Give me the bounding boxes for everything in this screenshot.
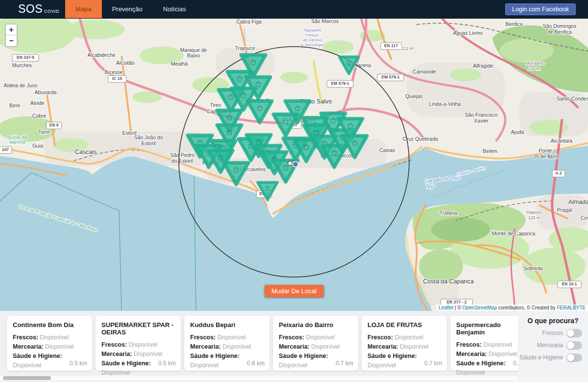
store-card[interactable]: Kuddus Bepari Frescos: DisponívelMercear…	[184, 316, 270, 371]
app-root: SOS COVID MapaPrevençãoNotícias Login co…	[0, 0, 588, 382]
map-label: Murches	[12, 62, 32, 68]
map-label: Aldeia de Juso	[4, 82, 38, 88]
svg-text:EN 247-5: EN 247-5	[17, 55, 34, 60]
map-canvas[interactable]: EN 247-5IC 15EN 9247EN 117EM 579-1EM 579…	[0, 19, 588, 311]
map-label: Alcabideche	[87, 52, 115, 58]
filter-row: Frescos	[518, 329, 582, 337]
filter-options: Frescos Mercearia Sáude e Higiene	[518, 329, 588, 362]
availability-row: Mercearia: Disponível	[279, 342, 352, 352]
map-label: São João do	[134, 134, 163, 140]
filter-toggle-mercearia[interactable]	[566, 341, 582, 350]
map-label: e Tecnologia	[301, 43, 323, 47]
svg-text:EN 9: EN 9	[49, 123, 59, 127]
tab-mapa[interactable]: Mapa	[65, 0, 102, 18]
store-card[interactable]: Peixaria do Bairro Frescos: DisponívelMe…	[273, 316, 358, 371]
store-card[interactable]: SUPERMARKET SPAR - OEIRAS Frescos: Dispo…	[96, 316, 181, 371]
availability-row: Mercearia: Disponível	[101, 350, 175, 359]
results-cards-row: Continente Bom Dia Frescos: DisponívelMe…	[7, 316, 518, 371]
openstreetmap-link[interactable]: OpenStreetMap	[463, 305, 497, 310]
filter-toggle-saude-e-higiene[interactable]	[566, 354, 582, 362]
zoom-out-button[interactable]: −	[6, 35, 17, 46]
results-list: Continente Bom Dia Frescos: DisponívelMe…	[0, 311, 518, 382]
road-badge: EM 579-1	[377, 74, 404, 81]
store-name: LOJA DE FRUTAS	[368, 321, 441, 329]
map-label: Trajouce	[235, 45, 255, 51]
tab-prevencao[interactable]: Prevenção	[102, 0, 153, 18]
map-label: de Benfica	[547, 29, 572, 35]
navbar: SOS COVID MapaPrevençãoNotícias Login co…	[0, 0, 588, 19]
availability-row: Frescos: Disponível	[190, 333, 264, 342]
road-badge: EN 247-5	[12, 54, 39, 61]
svg-text:EN 117: EN 117	[384, 43, 398, 48]
store-name: Supermercado Benjamin	[456, 321, 518, 336]
scrollbar-thumb[interactable]	[3, 376, 51, 380]
road-badge: EM 579-1	[327, 80, 353, 87]
map-label: Bicesse	[105, 69, 123, 75]
map-label: Cruz Quebrada	[403, 136, 438, 142]
store-name: SUPERMARKET SPAR - OEIRAS	[101, 321, 175, 336]
app-logo[interactable]: SOS COVID	[0, 2, 59, 16]
map-label: Ponte	[539, 148, 552, 153]
map-label: 125 m	[528, 215, 540, 220]
map-label: 25 de Abril	[533, 153, 558, 159]
map-label: Cabra Figa	[236, 19, 262, 25]
filter-panel: O que procura? Frescos Mercearia Sáude e…	[518, 311, 588, 382]
tab-noticias[interactable]: Notícias	[153, 0, 196, 18]
nav-tabs: MapaPrevençãoNotícias	[65, 0, 196, 18]
map-label: Alcoitão	[116, 60, 135, 66]
svg-text:247: 247	[2, 147, 9, 152]
availability-row: Mercearia: Disponível	[456, 350, 518, 359]
change-location-button[interactable]: Mudar De Local	[265, 285, 323, 297]
map-attribution: Leaflet | © OpenStreetMap contributors, …	[436, 305, 588, 311]
map-label: Cobre	[32, 113, 47, 119]
map-label: São Domingos	[543, 23, 577, 29]
map-container[interactable]: EN 247-5IC 15EN 9247EN 117EM 579-1EM 579…	[0, 19, 588, 311]
map-label: Xavier	[474, 118, 489, 124]
availability-row: Sáude e Higiene: Disponível	[456, 359, 518, 378]
map-label: São Pedro	[170, 152, 195, 158]
filter-toggle-frescos[interactable]	[566, 329, 582, 337]
store-card[interactable]: Continente Bom Dia Frescos: DisponívelMe…	[7, 316, 92, 371]
map-zoom-control: + −	[5, 24, 18, 47]
map-label: Pragal	[557, 207, 572, 213]
store-card[interactable]: Supermercado Benjamin Frescos: Disponíve…	[450, 316, 518, 371]
map-label: Estoril	[141, 140, 155, 146]
svg-text:EN 10-1: EN 10-1	[562, 281, 577, 286]
map-label: de Ciência	[303, 38, 321, 42]
horizontal-scrollbar[interactable]	[0, 376, 518, 381]
map-label: do Estoril	[172, 158, 193, 164]
map-label: Torre	[38, 129, 50, 135]
creator-link[interactable]: FERALBYTE	[557, 305, 586, 310]
map-label: Almada	[568, 199, 588, 205]
map-label: Monte de Caparica	[492, 230, 536, 236]
map-label: Carnaxide	[413, 69, 436, 75]
map-label: Quinta da	[7, 135, 26, 140]
store-name: Peixaria do Bairro	[279, 321, 352, 329]
map-label: Raposo	[526, 210, 541, 215]
road-badge: 247	[0, 147, 12, 153]
map-label: Abuxarda	[35, 89, 57, 95]
current-location-dot	[293, 162, 298, 167]
svg-text:EM 579-1: EM 579-1	[382, 75, 400, 79]
map-label: Benfica	[505, 21, 522, 27]
road-badge: A 2	[552, 170, 565, 177]
leaflet-link[interactable]: Leaflet	[439, 305, 453, 310]
brand-text: SOS	[18, 2, 43, 16]
facebook-login-button[interactable]: Login com Facebook	[505, 3, 576, 15]
svg-text:IC 15: IC 15	[112, 76, 122, 81]
road-badge: EN 10-1	[558, 281, 581, 288]
store-distance: 0.7 km	[513, 360, 518, 367]
map-label: Águas Livres	[453, 30, 483, 36]
store-name: Kuddus Bepari	[190, 321, 264, 329]
attribution-text: | ©	[453, 305, 462, 310]
availability-row: Frescos: Disponível	[101, 340, 175, 350]
attribution-text: contributors, © Created by	[497, 305, 557, 310]
filter-row: Sáude e Higiene	[518, 353, 582, 362]
filter-label: Frescos	[542, 330, 563, 336]
store-card[interactable]: LOJA DE FRUTAS Frescos: DisponívelMercea…	[362, 316, 447, 371]
map-label: 212 m	[401, 46, 413, 51]
map-label: Belém	[483, 148, 497, 154]
map-label: Tejo	[425, 183, 435, 189]
filter-label: Sáude e Higiene	[519, 354, 563, 361]
zoom-in-button[interactable]: +	[6, 25, 17, 35]
